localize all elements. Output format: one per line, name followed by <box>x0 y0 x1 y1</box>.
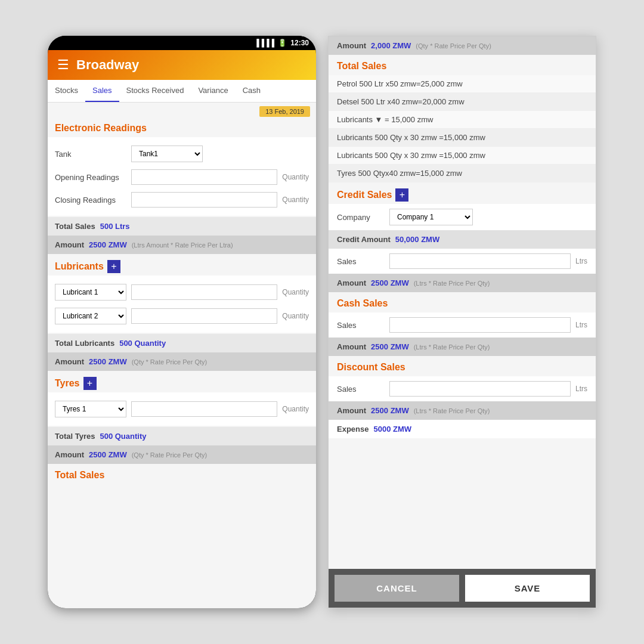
cancel-button[interactable]: CANCEL <box>335 575 459 602</box>
tyre1-select[interactable]: Tyres 1 <box>55 401 126 417</box>
discount-sales-input-row: Sales Ltrs <box>329 376 596 401</box>
save-button[interactable]: SAVE <box>465 575 590 602</box>
cash-sales-input[interactable] <box>389 317 571 333</box>
lubricants-amount-value: 2500 ZMW <box>89 357 127 366</box>
electronic-amount-label: Amount <box>55 240 84 249</box>
company-select[interactable]: Company 1 <box>389 209 473 225</box>
electronic-readings-title: Electronic Readings <box>48 117 316 137</box>
closing-readings-input[interactable] <box>131 192 277 208</box>
sales-item-tyres: Tyres 500 Qtyx40 zmw=15,000 zmw <box>329 165 596 182</box>
lubricant1-input[interactable] <box>131 284 277 300</box>
lubricant1-row: Lubricant 1 Quantity <box>55 280 309 304</box>
right-top-amount-hint: (Qty * Rate Price Per Qty) <box>416 42 491 49</box>
credit-amount-display-row: Credit Amount 50,000 ZMW <box>329 230 596 249</box>
hamburger-icon[interactable]: ☰ <box>57 57 69 73</box>
status-bar: ▐▐▐▐ 🔋 12:30 <box>48 36 316 50</box>
lubricants-add-button[interactable]: + <box>107 260 120 273</box>
expense-value: 5000 ZMW <box>373 425 411 434</box>
lubricants-amount-row: Amount 2500 ZMW (Qty * Rate Price Per Qt… <box>48 352 316 371</box>
lubricants-title: Lubricants <box>55 261 104 272</box>
tyres-title: Tyres <box>55 378 80 389</box>
lubricant2-select[interactable]: Lubricant 2 <box>55 308 126 324</box>
app-header: ☰ Broadway <box>48 50 316 80</box>
credit-amount-hint: (Ltrs * Rate Price Per Qty) <box>414 280 490 287</box>
tank-select[interactable]: Tank1 <box>131 145 203 162</box>
tabs-bar: Stocks Sales Stocks Received Variance Ca… <box>48 80 316 103</box>
app-title: Broadway <box>76 57 139 73</box>
discount-amount-value: 2500 ZMW <box>371 406 409 415</box>
electronic-total-label: Total Sales <box>55 222 95 231</box>
signal-icon: ▐▐▐▐ <box>254 39 274 47</box>
tab-stocks[interactable]: Stocks <box>48 80 85 102</box>
credit-amount-row: Amount 2500 ZMW (Ltrs * Rate Price Per Q… <box>329 274 596 292</box>
tyres-add-button[interactable]: + <box>83 377 97 390</box>
credit-amount-value: 2500 ZMW <box>371 278 409 287</box>
sales-item-lubricants-2: Lubricants 500 Qty x 30 zmw =15,000 zmw <box>329 147 596 165</box>
lubricants-total-row: Total Lubricants 500 Quantity <box>48 334 316 352</box>
closing-readings-label: Closing Readings <box>55 196 126 205</box>
lubricant1-select[interactable]: Lubricant 1 <box>55 284 126 301</box>
opening-readings-row: Opening Readings Quantity <box>55 166 309 188</box>
discount-sales-input-label: Sales <box>337 385 385 394</box>
tab-stocks-received[interactable]: Stocks Received <box>119 80 191 102</box>
right-total-sales-title: Total Sales <box>329 55 596 75</box>
closing-qty-label: Quantity <box>282 196 309 204</box>
sales-item-lubricants-1: Lubricants 500 Qty x 30 zmw =15,000 zmw <box>329 129 596 147</box>
left-phone: ▐▐▐▐ 🔋 12:30 ☰ Broadway Stocks Sales Sto… <box>48 36 316 608</box>
time-display: 12:30 <box>290 39 309 47</box>
right-panel-content: Amount 2,000 ZMW (Qty * Rate Price Per Q… <box>329 36 596 569</box>
opening-qty-label: Quantity <box>282 173 309 181</box>
lubricants-total-value: 500 Quantity <box>119 339 166 348</box>
cash-ltr-label: Ltrs <box>575 321 587 329</box>
tyres-total-label: Total Tyres <box>55 432 95 441</box>
discount-ltr-label: Ltrs <box>575 385 587 393</box>
sales-item-lubricants: Lubricants ▼ = 15,000 zmw <box>329 111 596 129</box>
right-top-amount-value: 2,000 ZMW <box>371 41 411 50</box>
electronic-readings-form: Tank Tank1 Opening Readings Quantity Clo… <box>48 137 316 216</box>
tab-cash[interactable]: Cash <box>236 80 268 102</box>
cash-amount-row: Amount 2500 ZMW (Ltrs * Rate Price Per Q… <box>329 338 596 356</box>
lubricant2-row: Lubricant 2 Quantity <box>55 304 309 328</box>
expense-row: Expense 5000 ZMW <box>329 420 596 438</box>
date-badge: 13 Feb, 2019 <box>259 106 310 117</box>
discount-amount-label: Amount <box>337 406 366 415</box>
right-top-amount-label: Amount <box>337 41 366 50</box>
discount-amount-row: Amount 2500 ZMW (Ltrs * Rate Price Per Q… <box>329 401 596 420</box>
lubricants-amount-label: Amount <box>55 357 84 366</box>
opening-readings-label: Opening Readings <box>55 173 126 182</box>
discount-sales-title: Discount Sales <box>329 356 596 376</box>
tyres-form: Tyres 1 Quantity <box>48 392 316 426</box>
tab-variance[interactable]: Variance <box>191 80 235 102</box>
credit-sales-header: Credit Sales + <box>329 182 596 204</box>
company-label: Company <box>337 213 385 222</box>
discount-amount-hint: (Ltrs * Rate Price Per Qty) <box>414 407 490 414</box>
cash-amount-hint: (Ltrs * Rate Price Per Qty) <box>414 343 490 351</box>
electronic-amount-row: Amount 2500 ZMW (Ltrs Amount * Rate Pric… <box>48 236 316 254</box>
phone-content: 13 Feb, 2019 Electronic Readings Tank Ta… <box>48 103 316 608</box>
tab-sales[interactable]: Sales <box>85 80 119 102</box>
closing-readings-row: Closing Readings Quantity <box>55 188 309 211</box>
company-row: Company Company 1 <box>329 204 596 230</box>
lubricants-header: Lubricants + <box>48 254 316 275</box>
tank-label: Tank <box>55 150 126 159</box>
tyres-total-value: 500 Quantity <box>100 432 146 441</box>
tyres-amount-row: Amount 2500 ZMW (Qty * Rate Price Per Qt… <box>48 445 316 464</box>
tyre1-input[interactable] <box>131 401 277 417</box>
discount-sales-input[interactable] <box>389 381 571 397</box>
cash-sales-input-row: Sales Ltrs <box>329 312 596 338</box>
electronic-total-value: 500 Ltrs <box>100 222 130 231</box>
opening-readings-input[interactable] <box>131 169 277 185</box>
cash-amount-label: Amount <box>337 342 366 351</box>
credit-sales-input[interactable] <box>389 253 571 269</box>
cash-amount-value: 2500 ZMW <box>371 342 409 351</box>
battery-icon: 🔋 <box>278 39 287 47</box>
credit-sales-add-button[interactable]: + <box>395 188 408 202</box>
credit-amount-display-value: 50,000 ZMW <box>395 235 439 244</box>
tyres-amount-value: 2500 ZMW <box>89 450 127 459</box>
lubricant2-input[interactable] <box>131 308 277 324</box>
right-top-amount-row: Amount 2,000 ZMW (Qty * Rate Price Per Q… <box>329 36 596 55</box>
lubricant1-qty-label: Quantity <box>282 288 309 296</box>
tyres-amount-hint: (Qty * Rate Price Per Qty) <box>132 451 208 459</box>
tyres-total-row: Total Tyres 500 Quantity <box>48 427 316 445</box>
electronic-amount-hint: (Ltrs Amount * Rate Price Per Ltra) <box>132 242 233 249</box>
